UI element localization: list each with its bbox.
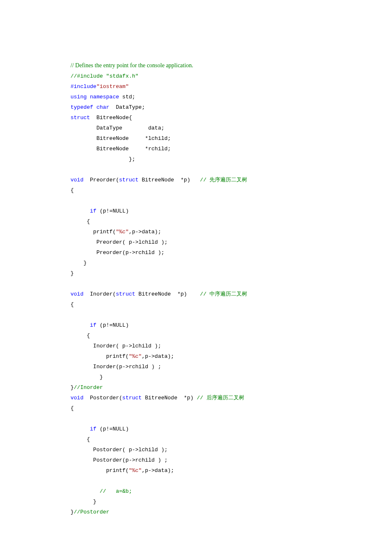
brace-close: } (71, 270, 74, 276)
preorder-lchild: Preorder( p->lchild ); (71, 239, 168, 245)
brace-open: { (71, 187, 74, 193)
struct-field-rchild: BitreeNode *rchild; (71, 146, 171, 152)
printf-call: printf("%c",p->data); (71, 229, 161, 235)
struct-close: }; (71, 156, 135, 162)
struct-field-lchild: BitreeNode *lchild; (71, 135, 171, 142)
commented-code: // a=&b; (71, 488, 132, 494)
fn-postorder-sig: void Postorder(struct BitreeNode *p) // … (71, 395, 244, 401)
brace-close-postorder: }//Postorder (71, 509, 110, 515)
brace-open-inner: { (71, 333, 90, 339)
include-iostream: #include"iostream" (71, 83, 129, 90)
typedef-datatype: typedef char DataType; (71, 104, 145, 110)
brace-close-inner: } (71, 260, 87, 266)
code-document: // Defines the entry point for the conso… (0, 0, 392, 542)
brace-open: { (71, 301, 74, 308)
brace-open: { (71, 405, 74, 411)
brace-open-inner: { (71, 436, 90, 443)
postorder-rchild: Postorder(p->rchild ) ; (71, 457, 168, 463)
brace-close-inorder: }//Inorder (71, 384, 103, 391)
struct-decl: struct BitreeNode{ (71, 115, 132, 121)
if-stmt: if (p!=NULL) (71, 208, 129, 214)
printf-call: printf("%c",p->data); (71, 353, 174, 359)
brace-close-inner: } (71, 374, 103, 380)
if-stmt: if (p!=NULL) (71, 322, 129, 328)
fn-preorder-sig: void Preorder(struct BitreeNode *p) // 先… (71, 177, 248, 183)
preorder-rchild: Preorder(p->rchild ); (71, 249, 164, 256)
inorder-lchild: Inorder( p->lchild ); (71, 343, 161, 349)
using-namespace: using namespace std; (71, 94, 135, 100)
if-stmt: if (p!=NULL) (71, 426, 129, 432)
printf-call: printf("%c",p->data); (71, 467, 174, 474)
commented-include: //#include "stdafx.h" (71, 73, 139, 79)
brace-close-inner: } (71, 499, 96, 505)
postorder-lchild: Postorder( p->lchild ); (71, 447, 168, 453)
struct-field-data: DataType data; (71, 125, 164, 131)
fn-inorder-sig: void Inorder(struct BitreeNode *p) // 中序… (71, 291, 247, 297)
inorder-rchild: Inorder(p->rchild ) ; (71, 364, 161, 370)
brace-open-inner: { (71, 218, 90, 225)
comment-entrypoint: // Defines the entry point for the conso… (71, 62, 193, 68)
